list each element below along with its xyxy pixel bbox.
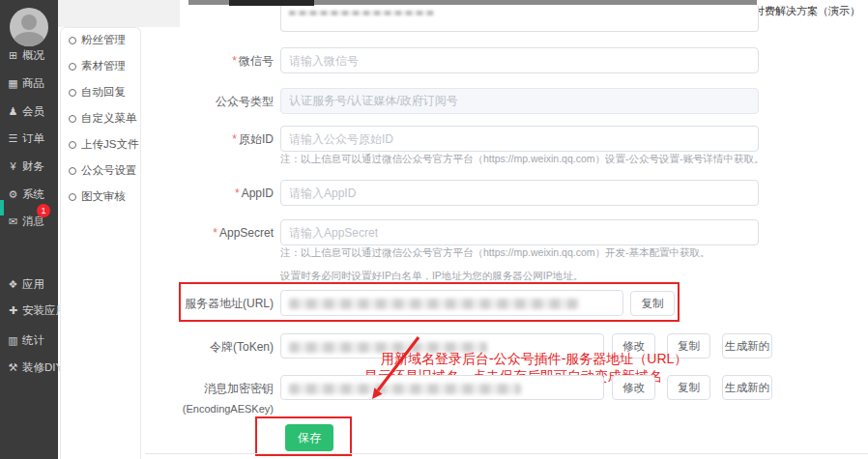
messages-badge: 1 [37,204,50,217]
circle-icon [69,63,76,71]
aes-copy-button[interactable]: 复制 [667,375,710,400]
sidebar-item-label: 会员 [22,105,44,117]
sidebar-item-label: 财务 [22,160,44,172]
main-sidebar: ⊞概况 ▦商品 ♟会员 ☰订单 ¥财务 ⚙系统 ✉消息 ❖应用 ✚安装应用 ▥统… [0,0,58,459]
plugin-submenu: 粉丝管理 素材管理 自动回复 自定义菜单 上传JS文件 公众号设置 图文审核 [60,27,141,459]
submenu-item-account-settings[interactable]: 公众号设置 [69,160,137,180]
apps-icon: ❖ [7,273,19,295]
submenu-item-label: 素材管理 [81,60,126,72]
submenu-item-label: 公众号设置 [81,164,137,176]
wechat-id-input[interactable] [280,47,759,73]
submenu-item-fans[interactable]: 粉丝管理 [69,30,126,49]
sidebar-item-label: 系统 [22,188,44,200]
submenu-item-label: 粉丝管理 [81,34,126,45]
sidebar-item-goods[interactable]: ▦商品 [0,72,58,94]
content-bottom-divider [145,453,868,454]
stats-bar-chart-icon: ▥ [7,330,19,351]
circle-icon [69,89,76,97]
appid-label: *AppID [145,186,274,201]
circle-icon [69,193,76,201]
topbar-background [58,0,180,27]
avatar[interactable] [10,8,48,46]
sidebar-item-finance[interactable]: ¥财务 [0,156,58,177]
aes-generate-button[interactable]: 生成新的 [722,375,772,400]
server-url-label: 服务器地址(URL) [145,296,274,311]
sidebar-item-label: 订单 [22,132,44,144]
sidebar-item-install-apps[interactable]: ✚安装应用 [0,300,58,321]
members-icon: ♟ [7,100,19,122]
token-label: 令牌(ToKen) [145,339,274,355]
aes-key-label: 消息加密密钥 [145,381,274,396]
sidebar-item-label: 概况 [22,49,44,61]
circle-icon [69,167,76,175]
system-gear-icon: ⚙ [7,184,19,205]
finance-icon: ¥ [7,156,19,177]
submenu-item-material[interactable]: 素材管理 [69,56,126,75]
sidebar-item-label: 应用 [22,278,44,290]
sidebar-item-apps[interactable]: ❖应用 [0,273,58,295]
sidebar-item-system[interactable]: ⚙系统 [0,184,58,205]
dev-note: 注：以上信息可以通过微信公众号官方平台（https://mp.weixin.qq… [280,246,710,260]
sidebar-accent-sliver [0,200,4,215]
submenu-item-label: 图文审核 [81,190,126,202]
required-asterisk: * [213,226,217,240]
circle-icon [69,37,76,44]
circle-icon [69,115,76,123]
aes-key-sublabel: (EncodingAESKey) [145,401,274,416]
annotation-text-line1: 用新域名登录后台-公众号插件-服务器地址（URL） [381,351,687,368]
required-asterisk: * [232,132,237,146]
sidebar-item-label: 装修DIY [22,361,63,373]
original-id-label: *原始ID [145,131,274,147]
account-type-input [280,88,759,114]
account-type-label: 公众号类型 [145,94,274,109]
submenu-item-label: 自动回复 [81,86,126,98]
sidebar-item-diy[interactable]: ⚒装修DIY [0,357,58,378]
goods-icon: ▦ [7,72,19,94]
censored-value [289,384,521,394]
required-asterisk: * [232,54,237,68]
original-id-input[interactable] [280,126,759,152]
server-url-input[interactable] [280,290,623,316]
required-asterisk: * [235,186,240,200]
sidebar-item-label: 商品 [22,77,44,89]
submenu-item-upload-js[interactable]: 上传JS文件 [69,134,138,154]
circle-icon [69,141,76,149]
save-button[interactable]: 保存 [285,424,333,451]
diy-hammer-icon: ⚒ [7,357,19,378]
sidebar-item-orders[interactable]: ☰订单 [0,128,58,149]
submenu-item-article-review[interactable]: 图文审核 [69,186,126,206]
overview-icon: ⊞ [7,44,19,66]
account-note: 注：以上信息可以通过微信公众号官方平台（https://mp.weixin.qq… [280,153,765,166]
submenu-item-label: 自定义菜单 [81,112,137,124]
aes-modify-button[interactable]: 修改 [612,375,655,400]
submenu-item-autoreply[interactable]: 自动回复 [69,82,126,101]
appid-input[interactable] [280,180,759,206]
orders-icon: ☰ [7,128,19,149]
submenu-item-custom-menu[interactable]: 自定义菜单 [69,108,137,128]
aes-key-input[interactable] [280,375,604,400]
clipped-input[interactable] [280,6,759,32]
messages-icon: ✉ [7,211,19,232]
token-generate-button[interactable]: 生成新的 [722,333,772,359]
ip-whitelist-note: 设置时务必同时设置好IP白名单，IP地址为您的服务器公网IP地址。 [280,270,583,283]
sidebar-item-stats[interactable]: ▥统计 [0,330,58,351]
server-url-copy-button[interactable]: 复制 [630,291,675,316]
appsecret-input[interactable] [280,219,759,245]
wechat-id-label: *微信号 [145,53,274,69]
censored-value [289,299,579,309]
install-apps-icon: ✚ [7,300,19,321]
submenu-item-label: 上传JS文件 [81,138,138,150]
sidebar-item-overview[interactable]: ⊞概况 [0,44,58,66]
sidebar-item-label: 统计 [22,334,44,346]
clipped-input-blur [289,11,434,15]
appsecret-label: *AppSecret [145,225,274,241]
sidebar-item-members[interactable]: ♟会员 [0,100,58,122]
avatar-silhouette-icon [21,14,37,30]
